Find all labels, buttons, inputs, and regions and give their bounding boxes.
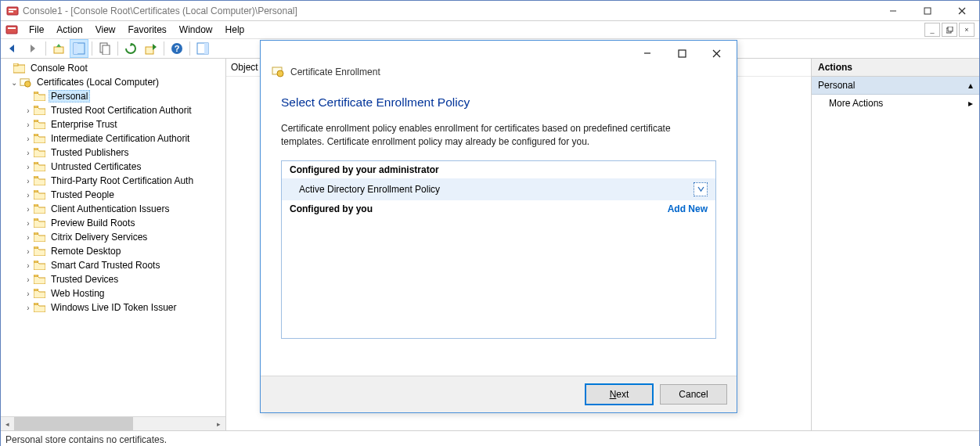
tree-item[interactable]: ›Third-Party Root Certification Auth — [1, 174, 225, 188]
refresh-button[interactable] — [121, 39, 140, 58]
dialog-maximize-button[interactable] — [665, 41, 699, 65]
up-button[interactable] — [49, 39, 68, 58]
scroll-right-button[interactable]: ▸ — [212, 417, 225, 430]
expand-icon[interactable]: › — [23, 304, 34, 312]
expand-icon[interactable]: › — [23, 275, 34, 284]
close-button[interactable] — [945, 1, 979, 20]
expand-icon[interactable]: › — [23, 205, 34, 214]
folder-icon — [34, 162, 45, 171]
expand-icon[interactable]: › — [23, 149, 34, 157]
tree[interactable]: Console Root ⌄ Certificates (Local Compu… — [1, 59, 225, 416]
tree-item[interactable]: ›Web Hosting — [1, 286, 225, 300]
expand-icon[interactable]: › — [23, 106, 34, 115]
more-actions-item[interactable]: More Actions ▸ — [812, 95, 979, 112]
tree-item[interactable]: ›Windows Live ID Token Issuer — [1, 300, 225, 315]
svg-point-30 — [277, 70, 283, 77]
policy-section-you: Configured by you Add New — [282, 200, 715, 218]
expand-icon[interactable]: › — [23, 135, 34, 143]
tree-label: Intermediate Certification Authorit — [49, 132, 192, 145]
mmc-app-icon — [6, 5, 19, 17]
tree-item[interactable]: ›Untrusted Certificates — [1, 160, 225, 174]
expand-icon[interactable]: › — [23, 120, 34, 129]
folder-icon — [34, 204, 45, 214]
expand-icon[interactable]: › — [23, 177, 34, 185]
menu-favorites[interactable]: Favorites — [122, 23, 173, 37]
svg-rect-8 — [8, 27, 16, 29]
add-new-link[interactable]: Add New — [668, 203, 708, 214]
dialog-minimize-button[interactable] — [630, 41, 665, 65]
show-tree-button[interactable] — [70, 39, 88, 58]
tree-root[interactable]: Console Root — [1, 61, 225, 75]
mdi-minimize-button[interactable]: _ — [924, 23, 940, 37]
tree-item[interactable]: ›Citrix Delivery Services — [1, 230, 225, 244]
menu-help[interactable]: Help — [219, 23, 251, 37]
horizontal-scrollbar[interactable]: ◂ ▸ — [1, 416, 225, 430]
expand-icon[interactable]: › — [23, 219, 34, 228]
certificate-enrollment-dialog: Certificate Enrollment Select Certificat… — [260, 40, 737, 413]
svg-rect-1 — [9, 9, 16, 10]
actions-pane: Actions Personal ▴ More Actions ▸ — [812, 59, 979, 430]
policy-item-ad[interactable]: Active Directory Enrollment Policy — [282, 178, 715, 200]
tree-label: Untrusted Certificates — [49, 160, 143, 173]
help-button[interactable]: ? — [168, 39, 186, 58]
tree-item[interactable]: ›Intermediate Certification Authorit — [1, 131, 225, 146]
menu-file[interactable]: File — [23, 23, 50, 37]
tree-label: Personal — [49, 90, 90, 103]
tree-item[interactable]: ›Smart Card Trusted Roots — [1, 258, 225, 272]
tree-label: Certificates (Local Computer) — [34, 76, 161, 88]
minimize-button[interactable] — [876, 1, 910, 20]
folder-icon — [34, 289, 45, 298]
actions-pane-button[interactable] — [193, 39, 212, 58]
tree-item[interactable]: ›Trusted Publishers — [1, 146, 225, 160]
tree-item[interactable]: ›Enterprise Trust — [1, 117, 225, 131]
dialog-button-row: Next Cancel — [261, 376, 737, 412]
dialog-close-button[interactable] — [699, 41, 733, 65]
tree-label: Remote Desktop — [49, 245, 123, 257]
mmc-window: Console1 - [Console Root\Certificates (L… — [0, 0, 980, 446]
tree-item[interactable]: ›Remote Desktop — [1, 244, 225, 258]
folder-icon — [34, 246, 45, 256]
tree-item[interactable]: ›Preview Build Roots — [1, 216, 225, 230]
tree-item[interactable]: ›Client Authentication Issuers — [1, 202, 225, 216]
dialog-body: Select Certificate Enrollment Policy Cer… — [261, 85, 737, 339]
svg-rect-4 — [924, 8, 931, 14]
expand-icon[interactable]: › — [23, 290, 34, 298]
maximize-button[interactable] — [910, 1, 945, 20]
column-label: Object — [231, 62, 258, 73]
export-button[interactable] — [142, 39, 160, 58]
expand-icon[interactable]: › — [23, 247, 34, 256]
expand-icon[interactable]: › — [23, 233, 34, 242]
mdi-close-button[interactable]: × — [959, 23, 975, 37]
expand-icon[interactable]: › — [23, 163, 34, 171]
next-button[interactable]: Next — [585, 383, 654, 405]
tree-item[interactable]: ›Trusted People — [1, 188, 225, 202]
svg-point-24 — [25, 81, 31, 87]
tree-item[interactable]: Personal — [1, 89, 225, 103]
folder-icon — [34, 148, 45, 157]
menu-action[interactable]: Action — [50, 23, 88, 37]
expand-icon[interactable]: › — [23, 191, 34, 200]
copy-button[interactable] — [95, 39, 114, 58]
section-label: Configured by your administrator — [290, 164, 439, 175]
collapse-icon[interactable]: ⌄ — [9, 78, 20, 87]
forward-button[interactable] — [23, 39, 42, 58]
tree-item[interactable]: ›Trusted Root Certification Authorit — [1, 103, 225, 117]
actions-section[interactable]: Personal ▴ — [812, 77, 979, 95]
tree-snapin[interactable]: ⌄ Certificates (Local Computer) — [1, 75, 225, 89]
scroll-left-button[interactable]: ◂ — [1, 417, 14, 430]
back-button[interactable] — [3, 39, 22, 58]
tree-label: Trusted People — [49, 189, 117, 201]
expand-icon[interactable]: › — [23, 261, 34, 270]
scrollbar-thumb[interactable] — [14, 417, 133, 430]
tree-label: Console Root — [28, 62, 90, 74]
expand-policy-button[interactable] — [694, 182, 708, 196]
menu-window[interactable]: Window — [173, 23, 219, 37]
folder-icon — [34, 134, 45, 143]
submenu-arrow-icon: ▸ — [968, 98, 973, 109]
tree-item[interactable]: ›Trusted Devices — [1, 272, 225, 286]
mdi-restore-button[interactable] — [942, 23, 957, 37]
svg-rect-26 — [679, 50, 686, 57]
tree-label: Trusted Publishers — [49, 146, 132, 159]
cancel-button[interactable]: Cancel — [660, 384, 727, 405]
menu-view[interactable]: View — [89, 23, 122, 37]
